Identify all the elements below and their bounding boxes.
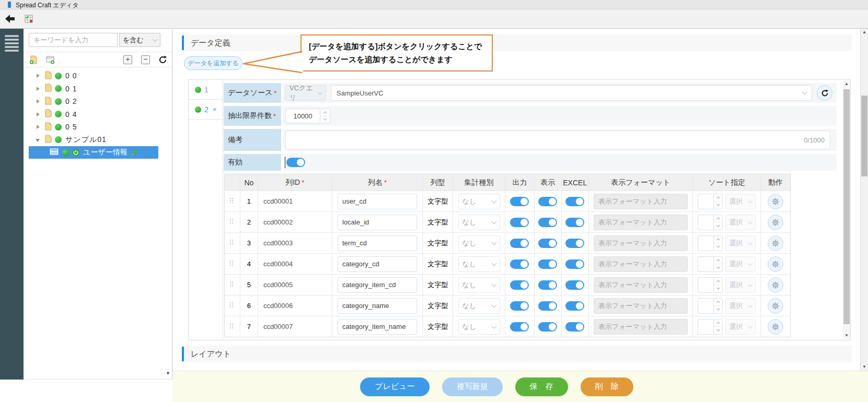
scrollbar-thumb[interactable] — [843, 89, 850, 324]
spinner-up-icon[interactable] — [320, 109, 330, 116]
sort-spinner[interactable] — [713, 298, 723, 314]
scroll-down-icon[interactable]: ▼ — [843, 333, 850, 339]
format-input[interactable]: 表示フォーマット入力 — [594, 235, 688, 251]
excel-toggle[interactable] — [565, 301, 584, 311]
output-toggle[interactable] — [510, 322, 529, 332]
gear-icon[interactable] — [768, 194, 783, 209]
spinner-up-icon[interactable] — [714, 257, 722, 265]
spinner-down-icon[interactable] — [714, 306, 722, 313]
close-tab-icon[interactable]: × — [213, 105, 217, 113]
sidebar-scroll-down-icon[interactable]: ▼ — [166, 371, 170, 376]
tab-datasource-2[interactable]: 2 × — [189, 100, 223, 120]
chevron-collapsed-icon[interactable] — [36, 112, 41, 117]
search-filter-select[interactable]: を含む — [119, 33, 160, 47]
scrollbar-thumb[interactable] — [861, 96, 867, 176]
footer-button-4[interactable]: 削 除 — [581, 377, 633, 396]
column-name-input[interactable]: category_name — [338, 298, 417, 314]
search-input[interactable] — [29, 33, 118, 47]
aggregate-select[interactable]: なし — [458, 235, 500, 251]
aggregate-select[interactable]: なし — [458, 319, 500, 335]
sort-spinner[interactable] — [713, 215, 723, 230]
sort-spinner[interactable] — [713, 235, 723, 251]
chevron-collapsed-icon[interactable] — [36, 124, 41, 129]
sort-direction-select[interactable]: 選択 — [725, 194, 756, 209]
panel-scrollbar[interactable]: ▲ ▼ — [843, 81, 850, 339]
tree-item-サンプル01[interactable]: サンプル01 — [24, 134, 172, 147]
sort-order-input[interactable] — [698, 235, 713, 251]
excel-toggle[interactable] — [565, 280, 584, 290]
column-name-input[interactable]: category_item_cd — [338, 277, 417, 293]
add-window-icon[interactable] — [46, 55, 55, 64]
sort-direction-select[interactable]: 選択 — [725, 215, 756, 230]
menu-hamburger-icon[interactable] — [5, 35, 19, 54]
spinner-down-icon[interactable] — [714, 264, 722, 271]
refresh-datasource-button[interactable] — [817, 85, 832, 101]
spinner-down-icon[interactable] — [714, 243, 722, 251]
limit-input[interactable]: 10000 — [285, 109, 320, 123]
footer-button-3[interactable]: 保 存 — [515, 377, 568, 396]
tab-datasource-1[interactable]: 1 — [189, 80, 223, 100]
column-name-input[interactable]: locale_id — [338, 215, 417, 230]
chevron-collapsed-icon[interactable] — [36, 99, 41, 104]
drag-handle-icon[interactable] — [230, 219, 234, 226]
drag-handle-icon[interactable] — [230, 240, 234, 247]
gear-icon[interactable] — [768, 298, 783, 314]
drag-handle-icon[interactable] — [230, 281, 234, 289]
chevron-expanded-icon[interactable] — [36, 137, 41, 143]
spinner-up-icon[interactable] — [714, 236, 722, 244]
display-toggle[interactable] — [538, 197, 557, 206]
sort-order-input[interactable] — [698, 256, 713, 272]
tree-item-ユーザー情報[interactable]: ユーザー情報 — [29, 146, 158, 159]
scroll-down-icon[interactable]: ▼ — [861, 363, 868, 371]
sort-spinner[interactable] — [713, 277, 723, 293]
gear-icon[interactable] — [768, 215, 783, 230]
column-name-input[interactable]: term_cd — [338, 235, 417, 251]
spinner-down-icon[interactable] — [714, 222, 722, 230]
gear-icon[interactable] — [768, 277, 783, 293]
add-document-icon[interactable] — [29, 55, 38, 64]
tree-item-0-1[interactable]: 0 1 — [24, 82, 172, 96]
aggregate-select[interactable]: なし — [458, 194, 500, 209]
refresh-icon[interactable] — [158, 55, 167, 64]
datasource-type-select[interactable]: VCクエリ — [285, 85, 326, 101]
column-name-input[interactable]: category_cd — [338, 256, 417, 272]
output-toggle[interactable] — [510, 280, 529, 290]
display-toggle[interactable] — [538, 218, 557, 227]
spinner-up-icon[interactable] — [714, 278, 722, 286]
sort-direction-select[interactable]: 選択 — [725, 256, 756, 272]
sort-order-input[interactable] — [698, 215, 713, 230]
display-toggle[interactable] — [538, 259, 557, 269]
display-toggle[interactable] — [538, 322, 557, 332]
back-arrow-icon[interactable] — [4, 14, 16, 24]
gear-icon[interactable] — [768, 235, 783, 251]
spinner-up-icon[interactable] — [714, 194, 722, 202]
gear-icon[interactable] — [768, 319, 783, 335]
datasource-name-combobox[interactable]: SampleUserVC — [331, 85, 812, 101]
output-toggle[interactable] — [510, 197, 529, 206]
excel-toggle[interactable] — [565, 259, 584, 269]
aggregate-select[interactable]: なし — [458, 298, 500, 314]
output-toggle[interactable] — [510, 259, 529, 269]
expand-all-button[interactable]: + — [123, 55, 132, 64]
sort-order-input[interactable] — [698, 277, 713, 293]
window-scrollbar[interactable]: ▲ ▼ — [860, 29, 868, 371]
tree-item-0-4[interactable]: 0 4 — [24, 108, 172, 121]
sort-order-input[interactable] — [698, 194, 713, 209]
chevron-collapsed-icon[interactable] — [36, 73, 41, 78]
sort-direction-select[interactable]: 選択 — [725, 277, 756, 293]
spinner-down-icon[interactable] — [320, 116, 330, 123]
format-input[interactable]: 表示フォーマット入力 — [594, 298, 688, 314]
output-toggle[interactable] — [510, 301, 529, 311]
aggregate-select[interactable]: なし — [458, 256, 500, 272]
excel-toggle[interactable] — [565, 218, 584, 227]
sort-order-input[interactable] — [698, 319, 713, 335]
spinner-up-icon[interactable] — [714, 215, 722, 223]
excel-toggle[interactable] — [565, 239, 584, 248]
spinner-down-icon[interactable] — [714, 327, 722, 334]
aggregate-select[interactable]: なし — [458, 277, 500, 293]
sort-direction-select[interactable]: 選択 — [725, 235, 756, 251]
drag-handle-icon[interactable] — [230, 323, 234, 330]
sort-direction-select[interactable]: 選択 — [725, 319, 756, 335]
sort-order-input[interactable] — [698, 298, 713, 314]
sort-spinner[interactable] — [713, 319, 723, 335]
